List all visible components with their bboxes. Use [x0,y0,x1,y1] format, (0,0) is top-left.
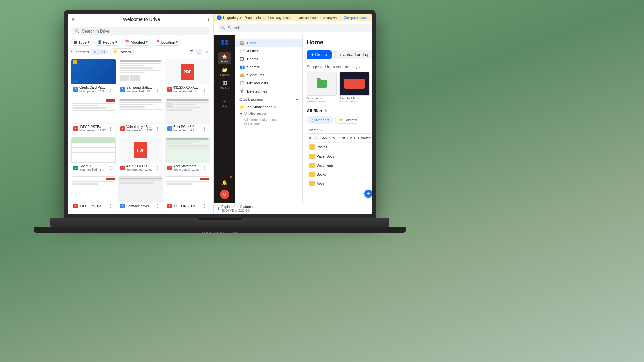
db-main-inner: 🏠 Home 📄 All files 🖼 Photos 👥 [235,35,372,203]
file-card-2[interactable]: PDF P 431SXXXXXXXXX3006_1304442_... You … [165,59,210,96]
filter-modified-chevron: ▾ [146,40,148,44]
db-thumb-0[interactable]: Documents Folder · Dropbox [307,72,337,103]
db-nav-link-shared[interactable]: 👥 Shared [235,63,302,71]
filter-type[interactable]: ▦ Type ▾ [71,39,93,46]
file-card-4[interactable]: P Valnet-July-15-2024 (1).pdf You create… [118,98,163,135]
macbook-label: MacBook Pro [201,231,238,236]
drive-panel: ⚙ Welcome to Drive ℹ 🔍 ▦ Type ▾ 👤 People [68,14,214,214]
dropbox-top-bar: i Upgrade your Dropbox for the best way … [214,14,372,21]
file-menu-1[interactable]: ⋮ [155,87,161,92]
tab-files[interactable]: ✓ Files [91,49,108,55]
drive-title: Welcome to Drive [75,17,208,22]
tab-folders[interactable]: 📁 Folders [110,48,134,55]
file-type-icon-7: P [120,166,125,170]
drive-search-container: 🔍 [71,27,210,35]
file-menu-7[interactable]: ⋮ [155,165,161,171]
filter-location[interactable]: 📍 Location ▾ [153,39,181,46]
db-table-row-5[interactable]: Apps ☆ On... [307,179,372,188]
file-card-10[interactable]: D Software development proposal ⋮ [118,176,163,212]
db-user-avatar[interactable]: U [220,190,229,199]
list-view-icon[interactable]: ☰ [188,49,195,55]
db-table-row-4[interactable]: Books ☆ On... [307,170,372,179]
laptop-frame: ⚙ Welcome to Drive ℹ 🔍 ▦ Type ▾ 👤 People [64,10,376,218]
file-card-9[interactable]: P IDFCFIRSTBankstatement_10063... ⋮ [71,176,116,212]
filter-people-icon: 👤 [97,40,102,44]
file-menu-5[interactable]: ⋮ [202,126,208,131]
tab-starred[interactable]: ⭐ Starred [335,116,360,124]
grid-view-icon[interactable]: ⊞ [196,49,202,55]
db-page-title: Home [307,39,372,46]
drive-settings-icon[interactable]: ⚙ [72,17,75,22]
file-menu-6[interactable]: ⋮ [108,165,114,171]
all-files-settings-icon[interactable]: ⚙ [324,109,327,113]
dropbox-header: 🔍 👤 Invite mem... [214,21,372,35]
file-menu-10[interactable]: ⋮ [155,203,161,209]
tab-folders-icon: 📁 [113,50,118,54]
file-menu-8[interactable]: ⋮ [202,165,208,171]
file-card-8[interactable]: P Acct Statement_XX8529_1308Z0... You cr… [165,137,210,174]
db-nav-link-photos[interactable]: 🖼 Photos [235,55,302,63]
file-info-11: P IDFCFIRSTBankstatement_10163... ⋮ [165,202,210,210]
file-menu-2[interactable]: ⋮ [202,87,208,92]
filter-location-chevron: ▾ [176,40,178,44]
db-table-row-3[interactable]: Documents ☆ On... [307,161,372,170]
db-nav-link-allfiles[interactable]: 📄 All files [235,47,302,55]
expand-icon[interactable]: ⤢ [203,49,210,55]
db-notifications[interactable]: 🔔 [218,176,231,188]
dropbox-search-input[interactable] [228,26,372,31]
db-add-items-hint: Add items that you useall the time. [235,117,302,127]
db-table-header: Name ▲ Who [307,127,372,134]
drive-info-icon[interactable]: ℹ [208,17,209,22]
file-preview-6 [71,137,116,163]
db-table-row-0[interactable]: 📄 SM-G925_G928_UM_EU_Nougat_Eng_Rev1.0_1… [307,134,372,143]
file-type-icon-11: P [167,204,172,208]
upload-button[interactable]: ↑ Upload or drop [334,50,372,59]
drive-add-button[interactable]: + [364,190,372,198]
db-nav-folders[interactable]: 📁 Folders [218,66,231,78]
starred-icon: ⭐ [339,118,343,122]
folder-icon-5 [309,181,315,186]
db-nav-link-home[interactable]: 🏠 Home [235,39,302,47]
db-table-row-1[interactable]: Photos ☆ On... [307,143,372,152]
tab-recents[interactable]: 🕐 Recents [307,116,333,124]
drive-search-input[interactable] [82,29,206,34]
file-menu-11[interactable]: ⋮ [202,203,208,209]
file-type-icon-10: D [120,204,125,208]
file-card-1[interactable]: D Samsung Galaxy S24 Plus bill.pdf You m… [118,59,163,96]
compare-plans-link[interactable]: Compare plans [344,16,367,20]
bell-icon: 🔔 [222,180,227,185]
filter-modified-icon: 📅 [125,40,130,44]
db-thumb-1[interactable]: Sample Album Folder · Photos [339,72,370,103]
db-nav-home[interactable]: 🏠 Home [218,52,231,64]
file-menu-0[interactable]: ⋮ [108,87,114,92]
file-card-5[interactable]: D Best PCIe 3.0 graphics cards You edite… [165,98,210,135]
explore-icon: ℹ [218,206,219,211]
file-menu-3[interactable]: ⋮ [108,126,114,131]
file-card-0[interactable]: **** **** **** CARD D Credit Card Passwo… [71,59,116,96]
file-card-7[interactable]: PDF P 431SXXXXXXXXX3006_1574D99_R... You… [118,137,163,174]
db-actions: + Create ↑ Upload or drop 📁 Create folde… [307,50,372,59]
create-button[interactable]: + Create [307,50,332,59]
cc-chip [73,60,77,64]
db-table-row-2[interactable]: Paper Docs ☆ On... [307,152,372,161]
db-nav-photos[interactable]: 🖼 Photos [218,79,231,91]
file-info-6: S Sheet 1 You modified · 5 Aug 2024 ⋮ [71,163,116,173]
file-card-11[interactable]: P IDFCFIRSTBankstatement_10163... ⋮ [165,176,210,212]
nav-home-icon: 🏠 [239,41,245,45]
quick-access-add[interactable]: + [296,97,298,102]
folders-icon: 📁 [222,67,227,73]
file-type-icon-0: D [73,87,78,92]
file-card-6[interactable]: S Sheet 1 You modified · 5 Aug 2024 ⋮ [71,137,116,174]
dropbox-content: 🏠 Home 📁 Folders 🖼 Photos ··· More [214,35,372,203]
file-menu-4[interactable]: ⋮ [155,126,161,131]
file-info-9: P IDFCFIRSTBankstatement_10063... ⋮ [71,202,116,210]
db-nav-link-deleted[interactable]: 🗑 Deleted files [235,87,302,95]
filter-modified[interactable]: 📅 Modified ▾ [122,39,151,46]
db-starred-item[interactable]: ⭐ Top Smartphone pi... [235,103,302,110]
db-nav-link-signatures[interactable]: ✍ Signatures [235,71,302,79]
file-menu-9[interactable]: ⋮ [108,203,114,209]
db-nav-more[interactable]: ··· More [218,97,231,109]
filter-people[interactable]: 👤 People ▾ [94,39,120,46]
file-card-3[interactable]: P IDFCFIRSTBankstatement_10163... You cr… [71,98,116,135]
db-nav-link-filerequests[interactable]: 📋 File requests [235,79,302,87]
